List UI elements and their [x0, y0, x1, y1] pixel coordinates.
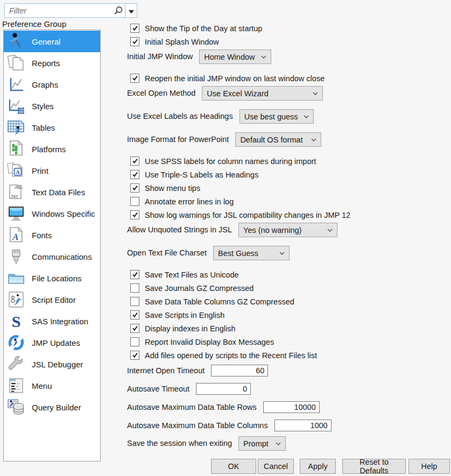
database-grid-icon [7, 398, 25, 416]
chevron-down-icon [327, 229, 333, 232]
footer-buttons: OKCancelApplyReset to DefaultsHelp [211, 459, 450, 474]
initial-splash-checkbox[interactable] [130, 37, 139, 46]
triple-s-labels-checkbox[interactable] [130, 170, 139, 179]
annotate-errors-checkbox[interactable] [130, 197, 139, 206]
autosave-cols-input[interactable] [274, 420, 332, 431]
sidebar-item-menu[interactable]: Menu [4, 375, 100, 396]
sidebar-item-label: Styles [32, 102, 54, 111]
pref-row-initial-splash: Initial Splash Window [127, 35, 450, 48]
sidebar-item-tables[interactable]: Tables [4, 117, 100, 138]
line-chart-icon [7, 75, 25, 94]
excel-open-method-dropdown[interactable]: Use Excel Wizard [202, 86, 323, 101]
preference-group-list: GeneralReportsGraphsStylesTablesPlatform… [3, 30, 101, 461]
sidebar-item-jmp-updates[interactable]: JMP Updates [4, 332, 100, 353]
show-menu-tips-checkbox[interactable] [130, 183, 139, 193]
jmp-person-icon [7, 32, 25, 51]
autosave-rows-input[interactable] [263, 401, 320, 413]
field-label: Image Format for PowerPoint [127, 132, 229, 147]
sidebar-item-graphs[interactable]: Graphs [4, 74, 100, 95]
svg-text:S: S [12, 312, 21, 330]
recent-files-checkbox[interactable] [130, 351, 139, 360]
field-label: Internet Open Timeout [127, 365, 205, 376]
checkbox-label: Use Triple-S Labels as Headings [145, 170, 258, 179]
reopen-initial-checkbox[interactable] [130, 74, 139, 83]
excel-labels-dropdown[interactable]: Use best guess [239, 109, 314, 124]
journals-gz-checkbox[interactable] [130, 283, 139, 293]
script-page-icon [7, 290, 25, 309]
checkmark-icon [132, 310, 138, 320]
checkbox-label: Show log warnings for JSL compatibility … [145, 211, 350, 219]
sidebar-item-label: Menu [32, 381, 52, 390]
checkmark-icon [132, 24, 138, 33]
filter-dropdown-button[interactable] [125, 4, 137, 17]
sidebar-item-reports[interactable]: Reports [4, 52, 100, 74]
sidebar-item-print[interactable]: APrint [4, 160, 100, 181]
unquoted-strings-dropdown[interactable]: Yes (no warning) [238, 223, 337, 237]
sidebar-item-label: Graphs [32, 80, 58, 89]
filter-input[interactable] [5, 4, 112, 17]
sidebar-item-styles[interactable]: Styles [4, 95, 100, 117]
checkmark-icon [132, 183, 138, 193]
sidebar-item-communications[interactable]: Communications [4, 246, 100, 267]
cancel-button[interactable]: Cancel [258, 459, 294, 474]
checkbox-label: Annotate error lines in log [145, 197, 234, 206]
save-unicode-checkbox[interactable] [130, 270, 139, 279]
initial-jmp-window-dropdown[interactable]: Home Window [199, 49, 271, 64]
sidebar-item-sas-integration[interactable]: SSAS Integration [4, 310, 100, 332]
field-label: Open Text File Charset [127, 246, 207, 260]
reset-button[interactable]: Reset to Defaults [342, 459, 406, 474]
chevron-down-icon [276, 442, 281, 445]
spss-labels-checkbox[interactable] [130, 157, 139, 166]
sidebar-item-script-editor[interactable]: Script Editor [4, 289, 100, 310]
pref-row-recent-files: Add files opened by scripts to the Recen… [127, 349, 450, 362]
indexes-english-checkbox[interactable] [130, 324, 139, 333]
sidebar-item-windows-specific[interactable]: Windows Specific [4, 203, 100, 224]
caret-down-icon [129, 6, 134, 16]
help-button[interactable]: Help [408, 459, 450, 474]
pref-row-spss-labels: Use SPSS labels for column names during … [127, 154, 450, 168]
columns-gz-checkbox[interactable] [130, 297, 139, 306]
checkmark-icon [132, 270, 138, 280]
menu-page-icon [7, 376, 25, 395]
checkmark-icon [132, 324, 138, 333]
autosave-timeout-input[interactable] [196, 383, 251, 395]
scripts-english-checkbox[interactable] [130, 310, 139, 319]
pref-row-indexes-english: Display indexes in English [127, 322, 450, 335]
ok-button[interactable]: OK [211, 459, 256, 474]
chevron-down-icon [304, 115, 309, 118]
dropdown-value: Prompt [243, 439, 269, 448]
apply-button[interactable]: Apply [300, 459, 336, 474]
checkbox-label: Save Journals GZ Compressed [145, 284, 253, 293]
pref-row-autosave-rows: Autosave Maximum Data Table Rows [127, 399, 450, 417]
save-session-dropdown[interactable]: Prompt [238, 436, 286, 451]
checkbox-label: Use SPSS labels for column names during … [145, 157, 316, 166]
tip-of-day-checkbox[interactable] [130, 24, 139, 33]
ppt-image-format-dropdown[interactable]: Default OS format [235, 132, 321, 147]
sidebar-item-file-locations[interactable]: File Locations [4, 267, 100, 289]
checkbox-label: Add files opened by scripts to the Recen… [145, 351, 317, 360]
sidebar-item-text-data-files[interactable]: .TXTText Data Files [4, 181, 100, 203]
checkmark-icon [132, 157, 138, 166]
search-icon [112, 5, 125, 16]
checkmark-icon [132, 37, 138, 47]
invalid-display-box-checkbox[interactable] [130, 337, 139, 346]
field-label: Excel Open Method [127, 86, 195, 101]
chart-grid-icon [7, 97, 25, 115]
pref-row-save-unicode: Save Text Files as Unicode [127, 268, 450, 281]
sidebar-item-label: General [32, 37, 60, 46]
pref-row-save-session: Save the session when exitingPrompt [127, 435, 450, 458]
sidebar-item-query-builder[interactable]: Query Builder [4, 396, 100, 418]
sidebar-item-jsl-debugger[interactable]: JSL Debugger [4, 353, 100, 375]
pref-row-unquoted-strings: Allow Unquoted Strings in JSLYes (no war… [127, 222, 450, 245]
sidebar-item-fonts[interactable]: AFonts [4, 224, 100, 246]
sidebar-item-general[interactable]: General [4, 31, 100, 52]
internet-timeout-input[interactable] [211, 365, 268, 376]
chevron-down-icon [279, 252, 285, 255]
jsl-compat-warnings-checkbox[interactable] [130, 210, 139, 219]
pref-row-excel-labels: Use Excel Labels as HeadingsUse best gue… [127, 108, 450, 131]
sidebar-item-platforms[interactable]: Platforms [4, 138, 100, 160]
dropdown-value: Use Excel Wizard [207, 89, 268, 98]
text-charset-dropdown[interactable]: Best Guess [213, 246, 290, 260]
dropdown-value: Best Guess [218, 249, 258, 258]
checkbox-label: Save Scripts in English [145, 311, 224, 319]
